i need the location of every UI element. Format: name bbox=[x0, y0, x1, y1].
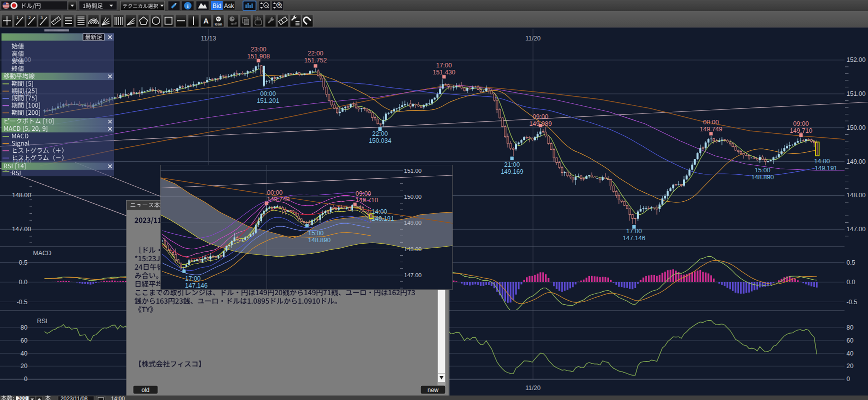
svg-text:17:00: 17:00 bbox=[185, 275, 200, 282]
svg-text:23:00: 23:00 bbox=[250, 46, 266, 53]
svg-text:00:00: 00:00 bbox=[260, 90, 276, 97]
svg-text:Ask: Ask bbox=[224, 2, 234, 9]
svg-text:149.749: 149.749 bbox=[267, 196, 290, 203]
svg-text:0.5: 0.5 bbox=[846, 259, 855, 266]
svg-text:RSI: RSI bbox=[37, 318, 48, 325]
svg-text:11/20: 11/20 bbox=[526, 385, 540, 392]
svg-text:80: 80 bbox=[846, 324, 854, 331]
svg-text:22:00: 22:00 bbox=[308, 50, 323, 57]
svg-text:A: A bbox=[204, 17, 209, 25]
svg-text:150.00: 150.00 bbox=[404, 194, 422, 200]
svg-text:-0.5: -0.5 bbox=[846, 299, 858, 306]
svg-text:149.710: 149.710 bbox=[790, 127, 812, 134]
svg-text:Bid: Bid bbox=[212, 2, 221, 9]
svg-text:148.890: 148.890 bbox=[751, 174, 774, 181]
svg-text:149.169: 149.169 bbox=[500, 168, 523, 175]
svg-text:MACD: MACD bbox=[33, 250, 52, 257]
svg-text:20: 20 bbox=[846, 363, 854, 370]
svg-text:148.00: 148.00 bbox=[846, 192, 866, 199]
svg-text:old: old bbox=[142, 387, 150, 394]
svg-text:-: - bbox=[265, 1, 267, 7]
svg-text:00:00: 00:00 bbox=[703, 119, 718, 126]
svg-text:0: 0 bbox=[846, 376, 850, 383]
svg-text:00:00: 00:00 bbox=[267, 189, 282, 196]
svg-text:60: 60 bbox=[846, 337, 854, 344]
svg-text:151.908: 151.908 bbox=[247, 53, 270, 60]
svg-text:09:00: 09:00 bbox=[356, 190, 371, 197]
svg-text:0.0: 0.0 bbox=[846, 279, 855, 286]
svg-text:0: 0 bbox=[24, 376, 28, 383]
svg-text:14:00: 14:00 bbox=[111, 396, 125, 400]
svg-text:17:00: 17:00 bbox=[626, 228, 642, 235]
svg-text:149.989: 149.989 bbox=[529, 120, 552, 127]
svg-text:icon: icon bbox=[214, 22, 222, 26]
svg-text:22:00: 22:00 bbox=[372, 130, 388, 137]
svg-text:150.034: 150.034 bbox=[368, 137, 391, 144]
svg-text:150.00: 150.00 bbox=[846, 124, 866, 131]
svg-text:17:00: 17:00 bbox=[436, 62, 452, 69]
svg-text:3: 3 bbox=[40, 15, 43, 20]
svg-text:148.890: 148.890 bbox=[308, 237, 330, 244]
svg-text:14:00: 14:00 bbox=[372, 208, 387, 215]
svg-text:151.201: 151.201 bbox=[256, 97, 279, 104]
svg-text:-0.5: -0.5 bbox=[16, 299, 28, 306]
svg-text:21:00: 21:00 bbox=[504, 161, 520, 168]
svg-text:149.191: 149.191 bbox=[814, 165, 837, 172]
svg-text:151.430: 151.430 bbox=[432, 69, 455, 76]
svg-text:147.146: 147.146 bbox=[185, 282, 208, 289]
svg-text:147.00: 147.00 bbox=[846, 226, 866, 233]
svg-text:40: 40 bbox=[20, 350, 28, 357]
svg-text:40: 40 bbox=[846, 350, 854, 357]
svg-text:152.00: 152.00 bbox=[846, 56, 866, 63]
svg-text:2023/11/08: 2023/11/08 bbox=[60, 396, 88, 400]
svg-text:60: 60 bbox=[20, 337, 28, 344]
svg-text:11/13: 11/13 bbox=[201, 35, 216, 42]
svg-text:0.0: 0.0 bbox=[19, 279, 28, 286]
svg-text:i: i bbox=[187, 3, 188, 9]
svg-text:0.5: 0.5 bbox=[19, 259, 28, 266]
svg-text:149.00: 149.00 bbox=[846, 158, 866, 165]
svg-text:15:00: 15:00 bbox=[308, 230, 324, 237]
svg-text:151.00: 151.00 bbox=[846, 90, 866, 97]
svg-text:1: 1 bbox=[16, 15, 19, 20]
svg-text:149.749: 149.749 bbox=[700, 126, 722, 133]
svg-text:15:00: 15:00 bbox=[754, 167, 770, 174]
svg-text:151.00: 151.00 bbox=[404, 168, 422, 174]
svg-text:147.146: 147.146 bbox=[622, 235, 645, 242]
svg-text:300: 300 bbox=[18, 395, 26, 400]
svg-text:149.191: 149.191 bbox=[372, 215, 394, 222]
svg-text:151.752: 151.752 bbox=[304, 57, 326, 64]
svg-text:20: 20 bbox=[20, 363, 28, 370]
svg-text:09:00: 09:00 bbox=[793, 120, 808, 127]
svg-text:2: 2 bbox=[28, 15, 31, 20]
svg-text:149.710: 149.710 bbox=[356, 197, 378, 204]
svg-text:80: 80 bbox=[20, 324, 28, 331]
svg-text:147.00: 147.00 bbox=[404, 272, 422, 278]
svg-text:+: + bbox=[278, 1, 280, 7]
svg-text:14:00: 14:00 bbox=[814, 158, 830, 165]
svg-text:147.00: 147.00 bbox=[12, 226, 31, 233]
svg-text:11/20: 11/20 bbox=[526, 35, 540, 42]
svg-text:09:00: 09:00 bbox=[532, 113, 548, 120]
svg-text:new: new bbox=[428, 387, 438, 394]
svg-text:148.00: 148.00 bbox=[12, 192, 31, 199]
